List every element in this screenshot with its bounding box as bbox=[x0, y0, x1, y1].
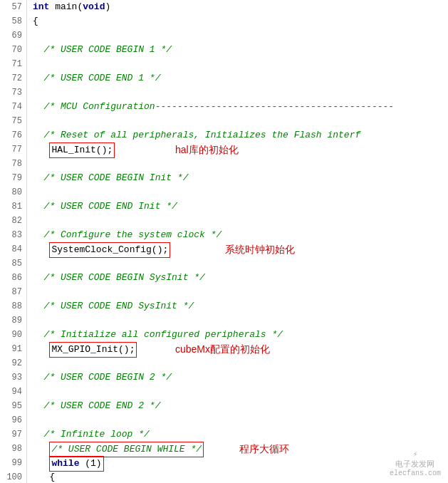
ln-87: 87 bbox=[4, 285, 22, 299]
code-line-84: SystemClock_Config(); 系统时钟初始化 bbox=[33, 242, 448, 256]
comment-95: /* USER CODE END 2 */ bbox=[33, 400, 160, 411]
ln-94: 94 bbox=[4, 385, 22, 399]
code-line-77: HAL_Init(); hal库的初始化 bbox=[33, 142, 448, 157]
hal-annotation: hal库的初始化 bbox=[175, 142, 239, 157]
ln-90: 90 bbox=[4, 328, 22, 342]
ln-70: 70 bbox=[4, 43, 22, 57]
indent-98 bbox=[33, 444, 44, 455]
ln-78: 78 bbox=[4, 157, 22, 171]
comment-98: /* USER CODE BEGIN WHILE */ bbox=[51, 444, 202, 455]
ln-92: 92 bbox=[4, 356, 22, 370]
comment-81: /* USER CODE END Init */ bbox=[33, 201, 177, 212]
ln-57: 57 bbox=[4, 0, 22, 14]
ln-86: 86 bbox=[4, 271, 22, 285]
ln-95: 95 bbox=[4, 399, 22, 413]
indent-77 bbox=[33, 145, 44, 155]
ln-91: 91 bbox=[4, 342, 22, 356]
code-line-87 bbox=[33, 285, 448, 299]
ln-96: 96 bbox=[4, 413, 22, 427]
ln-79: 79 bbox=[4, 171, 22, 185]
ln-82: 82 bbox=[4, 214, 22, 228]
code-text: main( bbox=[55, 1, 83, 12]
code-line-73 bbox=[33, 85, 448, 100]
code-line-100: { bbox=[33, 470, 448, 483]
ln-69: 69 bbox=[4, 28, 22, 43]
ln-100: 100 bbox=[4, 470, 22, 483]
code-line-71 bbox=[33, 57, 448, 71]
brace-100: { bbox=[49, 472, 55, 482]
ln-99: 99 bbox=[4, 456, 22, 470]
ln-58: 58 bbox=[4, 14, 22, 28]
while-box: while (1) bbox=[49, 456, 103, 472]
comment-88: /* USER CODE END SysInit */ bbox=[33, 301, 194, 311]
ln-88: 88 bbox=[4, 299, 22, 313]
brace-open: { bbox=[33, 16, 38, 26]
code-line-86: /* USER CODE BEGIN SysInit */ bbox=[33, 271, 448, 285]
code-area: int main(void) { /* USER CODE BEGIN 1 */… bbox=[27, 0, 448, 483]
sysclock-text: SystemClock_Config(); bbox=[51, 244, 168, 255]
code-line-99: while (1) bbox=[33, 456, 448, 470]
loop-annotation: 程序大循环 bbox=[239, 442, 289, 456]
code-line-76: /* Reset of all peripherals, Initializes… bbox=[33, 128, 448, 142]
code-line-82 bbox=[33, 214, 448, 228]
comment-93: /* USER CODE BEGIN 2 */ bbox=[33, 372, 172, 383]
code-line-93: /* USER CODE BEGIN 2 */ bbox=[33, 370, 448, 385]
code-line-90: /* Initialize all configured peripherals… bbox=[33, 328, 448, 342]
sysclock-box: SystemClock_Config(); bbox=[49, 242, 170, 258]
keyword-void: void bbox=[83, 1, 105, 12]
comment-90: /* Initialize all configured peripherals… bbox=[33, 329, 283, 340]
ln-80: 80 bbox=[4, 185, 22, 199]
ln-84: 84 bbox=[4, 242, 22, 256]
line-numbers: 57 58 69 70 71 72 73 74 75 76 77 78 79 8… bbox=[0, 0, 27, 483]
code-line-95: /* USER CODE END 2 */ bbox=[33, 399, 448, 413]
ln-85: 85 bbox=[4, 256, 22, 271]
ln-71: 71 bbox=[4, 57, 22, 71]
indent-100 bbox=[33, 472, 44, 482]
code-line-92 bbox=[33, 356, 448, 370]
cubemx-annotation: cubeMx配置的初始化 bbox=[175, 342, 270, 356]
comment-76: /* Reset of all peripherals, Initializes… bbox=[33, 130, 360, 140]
code-line-83: /* Configure the system clock */ bbox=[33, 228, 448, 242]
code-line-91: MX_GPIO_Init(); cubeMx配置的初始化 bbox=[33, 342, 448, 356]
hal-init-box: HAL_Init(); bbox=[49, 142, 115, 158]
code-line-72: /* USER CODE END 1 */ bbox=[33, 71, 448, 85]
ln-98: 98 bbox=[4, 442, 22, 456]
code-container: 57 58 69 70 71 72 73 74 75 76 77 78 79 8… bbox=[0, 0, 448, 483]
comment-79: /* USER CODE BEGIN Init */ bbox=[33, 172, 188, 183]
ln-77: 77 bbox=[4, 142, 22, 157]
code-line-81: /* USER CODE END Init */ bbox=[33, 199, 448, 214]
code-line-58: { bbox=[33, 14, 448, 28]
while-keyword: while bbox=[51, 458, 79, 469]
comment-83: /* Configure the system clock */ bbox=[33, 229, 222, 240]
ln-72: 72 bbox=[4, 71, 22, 85]
code-line-75 bbox=[33, 114, 448, 128]
code-line-74: /* MCU Configuration--------------------… bbox=[33, 100, 448, 114]
code-line-98: /* USER CODE BEGIN WHILE */ 程序大循环 bbox=[33, 442, 448, 456]
watermark-logo: ⚡ bbox=[413, 450, 418, 459]
ln-74: 74 bbox=[4, 100, 22, 114]
comment-70: /* USER CODE BEGIN 1 */ bbox=[33, 44, 172, 55]
indent-91 bbox=[33, 344, 44, 355]
ln-81: 81 bbox=[4, 199, 22, 214]
hal-init-text: HAL_Init(); bbox=[51, 145, 113, 155]
ln-76: 76 bbox=[4, 128, 22, 142]
code-line-80 bbox=[33, 185, 448, 199]
ln-97: 97 bbox=[4, 427, 22, 442]
gpio-text: MX_GPIO_Init(); bbox=[51, 344, 135, 355]
ln-73: 73 bbox=[4, 85, 22, 100]
comment-72: /* USER CODE END 1 */ bbox=[33, 73, 160, 83]
watermark-url: elecfans.com bbox=[390, 469, 441, 477]
ln-75: 75 bbox=[4, 114, 22, 128]
code-line-69 bbox=[33, 28, 448, 43]
gpio-box: MX_GPIO_Init(); bbox=[49, 342, 137, 358]
code-line-94 bbox=[33, 385, 448, 399]
watermark-site: 电子发发网 bbox=[395, 459, 434, 469]
code-line-97: /* Infinite loop */ bbox=[33, 427, 448, 442]
ln-83: 83 bbox=[4, 228, 22, 242]
code-line-79: /* USER CODE BEGIN Init */ bbox=[33, 171, 448, 185]
code-line-89 bbox=[33, 313, 448, 328]
code-line-85 bbox=[33, 256, 448, 271]
ln-89: 89 bbox=[4, 313, 22, 328]
comment-74: /* MCU Configuration--------------------… bbox=[33, 101, 394, 112]
code-text2: ) bbox=[105, 1, 110, 12]
